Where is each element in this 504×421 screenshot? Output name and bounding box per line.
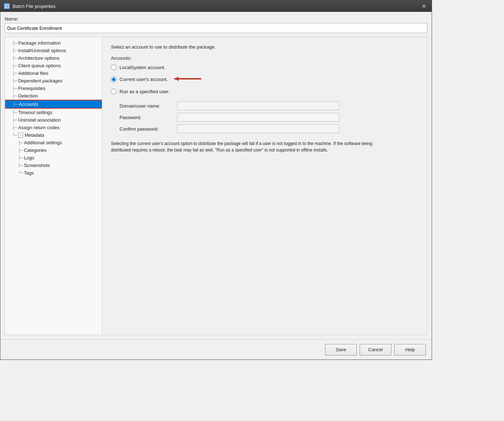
bottom-bar: Save Cancel Help [0,339,432,359]
main-window: Batch File properties ✕ Name: ├─ Package… [0,0,432,360]
sidebar-item-dependent-packages[interactable]: ├─ Dependent packages [5,77,102,85]
close-button[interactable]: ✕ [419,2,428,10]
confirm-password-input[interactable] [177,125,339,133]
help-button[interactable]: Help [394,344,426,356]
name-section: Name: [5,16,427,33]
radio-currentuser[interactable] [111,77,117,82]
sidebar: ├─ Package information ├─ Install/Uninst… [5,37,102,335]
radio-localsystem-label: LocalSystem account. [120,65,165,70]
sidebar-item-tags[interactable]: └─ Tags [5,169,102,177]
window-icon [4,3,10,9]
radio-group: LocalSystem account. Current user's acco… [111,64,418,94]
domain-username-label: Domain\user name: [120,103,174,109]
arrow-indicator-icon [171,74,203,85]
save-button[interactable]: Save [325,344,357,356]
confirm-password-row: Confirm password: [120,125,418,133]
radio-specifieduser-label: Run as a specified user. [120,89,170,94]
specified-user-fields: Domain\user name: Password: Confirm pass… [120,101,418,133]
svg-marker-5 [174,77,179,81]
radio-localsystem[interactable] [111,64,117,70]
name-label: Name: [5,16,427,22]
domain-username-row: Domain\user name: [120,101,418,110]
collapse-metadata-button[interactable]: − [18,133,23,138]
svg-rect-3 [6,7,7,7]
password-row: Password: [120,113,418,122]
content-area: Name: ├─ Package information ├─ Install/… [0,12,432,339]
radio-option-specifieduser[interactable]: Run as a specified user. [111,89,418,94]
radio-option-currentuser[interactable]: Current user's account. [111,74,418,85]
password-label: Password: [120,115,174,120]
svg-rect-2 [6,6,8,6]
sidebar-item-categories[interactable]: ├─ Categories [5,146,102,154]
window-title: Batch File properties [13,4,419,9]
sidebar-item-timeout-settings[interactable]: ├─ Timeout settings [5,109,102,116]
sidebar-item-additional-settings[interactable]: ├─ Additional settings [5,139,102,146]
sidebar-item-detection[interactable]: ├─ Detection [5,92,102,100]
sidebar-item-screenshots[interactable]: ├─ Screenshots [5,162,102,169]
radio-option-localsystem[interactable]: LocalSystem account. [111,64,418,70]
main-panel: ├─ Package information ├─ Install/Uninst… [5,37,427,335]
section-description: Select an account to use to distribute t… [111,44,418,50]
radio-currentuser-label: Current user's account. [120,77,168,82]
svg-rect-1 [6,5,8,6]
radio-specifieduser[interactable] [111,89,117,94]
sidebar-item-client-queue[interactable]: ├─ Client queue options [5,62,102,69]
domain-username-input[interactable] [177,101,339,110]
sidebar-item-uninstall-association[interactable]: ├─ Uninstall association [5,116,102,124]
sidebar-item-prerequisites[interactable]: ├─ Prerequisites [5,85,102,92]
cancel-button[interactable]: Cancel [360,344,391,356]
password-input[interactable] [177,113,339,122]
sidebar-item-install-uninstall[interactable]: ├─ Install/Uninstall options [5,47,102,54]
right-panel: Select an account to use to distribute t… [102,37,427,335]
sidebar-item-assign-return-codes[interactable]: ├─ Assign return codes [5,124,102,131]
name-input[interactable] [5,23,427,33]
confirm-password-label: Confirm password: [120,126,174,132]
sidebar-item-metadata[interactable]: └─ − Metadata [5,131,102,139]
sidebar-item-additional-files[interactable]: ├─ Additional files [5,69,102,77]
sidebar-item-package-information[interactable]: ├─ Package information [5,39,102,47]
info-text: Selecting the current user's account opt… [111,140,374,153]
accounts-label: Accounts: [111,55,418,61]
sidebar-item-accounts[interactable]: ├─ Accounts [5,100,102,109]
title-bar: Batch File properties ✕ [0,0,432,12]
sidebar-item-logo[interactable]: ├─ Logo [5,154,102,162]
sidebar-item-architecture[interactable]: ├─ Architecture options [5,54,102,62]
